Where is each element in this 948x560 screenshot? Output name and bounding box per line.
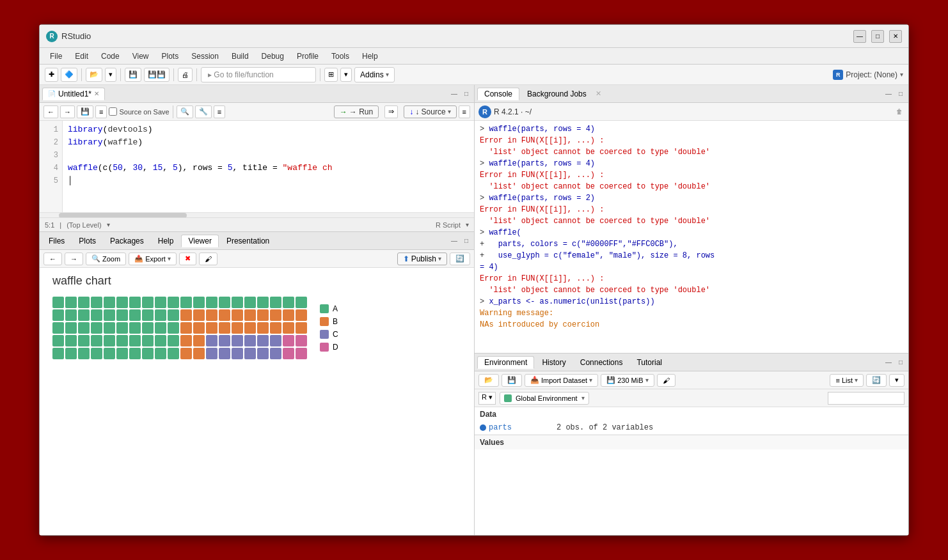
clear-plot-button[interactable]: ✖ — [179, 253, 196, 265]
list-view-button[interactable]: ≡ List ▾ — [830, 374, 864, 387]
format-button[interactable]: ≡ — [214, 105, 225, 118]
menu-code[interactable]: Code — [96, 51, 125, 62]
env-more-button[interactable]: ▾ — [889, 374, 905, 387]
refresh-button[interactable]: 🔄 — [450, 253, 470, 265]
console-clear-button[interactable]: 🗑 — [894, 107, 905, 117]
script-editor-button[interactable]: 🖌 — [657, 374, 675, 387]
menu-tools[interactable]: Tools — [326, 51, 354, 62]
env-search-field[interactable] — [832, 393, 900, 401]
tab-viewer[interactable]: Viewer — [181, 235, 218, 247]
load-workspace-button[interactable]: 📂 — [478, 374, 499, 387]
workspace-dropdown[interactable]: ▾ — [340, 68, 352, 82]
addins-button[interactable]: Addins ▾ — [354, 67, 395, 82]
save-file-button[interactable]: 💾 — [77, 105, 93, 118]
waffle-cell — [52, 322, 64, 334]
console-maximize-button[interactable]: □ — [896, 89, 906, 99]
left-panels: 📄 Untitled1* ✕ — □ ← → 💾 ≡ — [40, 85, 475, 535]
maximize-button[interactable]: □ — [871, 30, 884, 43]
console-content[interactable]: > waffle(parts, rows = 4) Error in FUN(X… — [475, 121, 908, 353]
forward-viewer-button[interactable]: → — [65, 253, 83, 265]
show-outline-button[interactable]: ≡ — [95, 105, 107, 118]
forward-button[interactable]: → — [60, 105, 75, 118]
source-on-save-checkbox[interactable] — [109, 107, 117, 116]
find-replace-button[interactable]: 🔍 — [177, 105, 193, 118]
menu-edit[interactable]: Edit — [70, 51, 93, 62]
back-viewer-button[interactable]: ← — [43, 253, 62, 265]
publish-button[interactable]: ⬆ Publish ▾ — [397, 253, 447, 265]
refresh-env-button[interactable]: 🔄 — [866, 374, 887, 387]
source-button[interactable]: ↓ ↓ Source ▾ — [404, 105, 456, 118]
goto-file-input[interactable]: ▸ Go to file/function — [201, 67, 316, 82]
menu-session[interactable]: Session — [186, 51, 224, 62]
print-button[interactable]: 🖨 — [178, 68, 193, 82]
waffle-chart-area: A B C D — [52, 297, 461, 359]
toolbar-separator-1 — [81, 68, 82, 81]
menu-view[interactable]: View — [127, 51, 154, 62]
viewer-maximize-button[interactable]: □ — [461, 236, 471, 246]
editor-collapse-button[interactable]: — — [449, 89, 459, 99]
zoom-button[interactable]: 🔍 Zoom — [86, 253, 126, 265]
save-all-button[interactable]: 💾💾 — [144, 68, 170, 82]
waffle-cell — [232, 309, 243, 321]
editor-maximize-button[interactable]: □ — [461, 89, 471, 99]
workspace-button[interactable]: ⊞ — [324, 68, 338, 82]
waffle-grid — [52, 297, 307, 359]
paintbrush-button[interactable]: 🖌 — [199, 253, 217, 265]
waffle-cell — [244, 348, 256, 359]
tab-tutorial[interactable]: Tutorial — [630, 357, 668, 368]
global-env-button[interactable]: Global Environment ▾ — [500, 392, 589, 405]
close-button[interactable]: ✕ — [889, 30, 902, 43]
new-project-button[interactable]: 🔷 — [61, 68, 77, 82]
tab-close-icon[interactable]: ✕ — [94, 90, 99, 97]
editor-hscroll[interactable] — [40, 212, 474, 217]
env-tab-bar: Environment History Connections Tutorial… — [475, 354, 908, 371]
menu-profile[interactable]: Profile — [292, 51, 324, 62]
viewer-collapse-button[interactable]: — — [449, 236, 459, 246]
tab-plots[interactable]: Plots — [72, 235, 102, 247]
console-line-1: > waffle(parts, rows = 4) — [480, 123, 903, 135]
menu-help[interactable]: Help — [357, 51, 383, 62]
run-more-button[interactable]: ⇒ — [384, 105, 398, 118]
waffle-cell — [232, 335, 243, 346]
recent-files-button[interactable]: ▾ — [105, 68, 116, 82]
tab-connections[interactable]: Connections — [574, 357, 629, 368]
tab-help[interactable]: Help — [152, 235, 180, 247]
export-button[interactable]: 📤 Export ▾ — [129, 253, 177, 265]
waffle-cell — [116, 322, 128, 334]
open-file-button[interactable]: 📂 — [86, 68, 102, 82]
waffle-cell — [168, 335, 179, 346]
waffle-cell — [296, 348, 307, 359]
tab-environment[interactable]: Environment — [477, 356, 534, 369]
waffle-cell — [232, 348, 243, 359]
menu-debug[interactable]: Debug — [257, 51, 289, 62]
minimize-button[interactable]: — — [853, 30, 866, 43]
tab-packages[interactable]: Packages — [104, 235, 150, 247]
import-dataset-button[interactable]: 📥 Import Dataset ▾ — [525, 374, 598, 387]
menu-plots[interactable]: Plots — [157, 51, 184, 62]
tab-presentation[interactable]: Presentation — [220, 235, 276, 247]
console-collapse-button[interactable]: — — [883, 89, 894, 99]
run-button[interactable]: → → Run — [334, 105, 379, 118]
code-tools-button[interactable]: 🔧 — [195, 105, 212, 118]
viewer-panel-controls: — □ — [449, 236, 471, 246]
tab-history[interactable]: History — [535, 357, 572, 368]
editor-tab-untitled1[interactable]: 📄 Untitled1* ✕ — [42, 88, 105, 100]
tab-files[interactable]: Files — [42, 235, 71, 247]
new-file-button[interactable]: ✚ — [45, 68, 58, 82]
back-button[interactable]: ← — [43, 105, 58, 118]
waffle-cell — [65, 348, 77, 359]
more-options-button[interactable]: ≡ — [459, 105, 470, 118]
env-search-input[interactable] — [828, 392, 905, 405]
waffle-cell — [206, 335, 217, 346]
tab-console[interactable]: Console — [477, 88, 519, 100]
tab-background-jobs[interactable]: Background Jobs — [521, 88, 593, 100]
code-content[interactable]: library(devtools) library(waffle) waffle… — [63, 121, 474, 212]
language-select[interactable]: R ▾ — [478, 392, 496, 405]
menu-build[interactable]: Build — [226, 51, 254, 62]
menu-file[interactable]: File — [45, 51, 67, 62]
waffle-cell — [91, 335, 102, 346]
save-workspace-button[interactable]: 💾 — [502, 374, 522, 387]
env-collapse-button[interactable]: — — [883, 357, 894, 368]
env-maximize-button[interactable]: □ — [896, 357, 906, 368]
save-button[interactable]: 💾 — [125, 68, 141, 82]
